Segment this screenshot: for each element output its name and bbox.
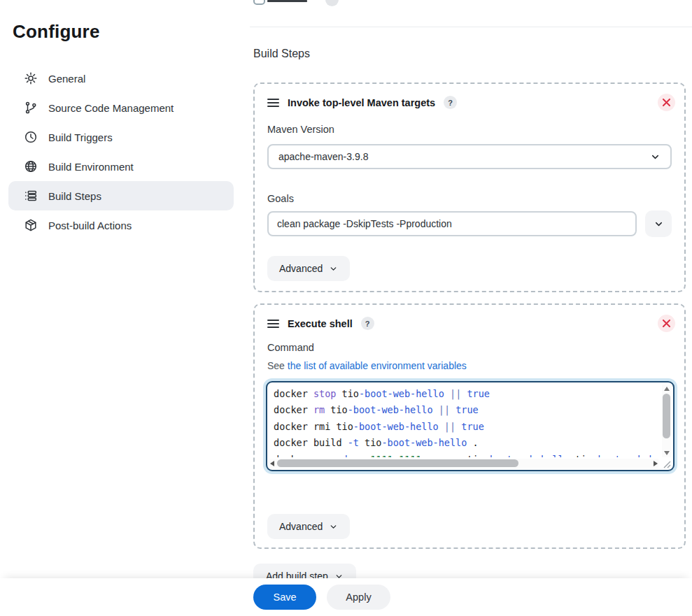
advanced-button[interactable]: Advanced [267, 256, 350, 281]
maven-version-select[interactable]: apache-maven-3.9.8 [267, 144, 672, 169]
close-icon [663, 320, 670, 327]
main-content: Build Steps Invoke top-level Maven targe… [248, 0, 692, 616]
advanced-button[interactable]: Advanced [267, 514, 350, 539]
goals-expand-button[interactable] [645, 210, 672, 237]
drag-handle-icon[interactable] [267, 99, 279, 107]
clock-icon [24, 130, 38, 144]
delete-step-button[interactable] [658, 94, 675, 111]
footer-bar: Save Apply [0, 578, 692, 616]
build-steps-heading: Build Steps [253, 48, 310, 60]
gear-icon [24, 71, 38, 85]
step-title: Execute shell [288, 318, 353, 329]
goals-label: Goals [267, 193, 294, 204]
configure-page: Configure GeneralSource Code ManagementB… [0, 0, 692, 616]
command-label: Command [267, 342, 314, 353]
step-title: Invoke top-level Maven targets [288, 97, 435, 108]
horizontal-scrollbar[interactable] [269, 459, 658, 468]
sidebar-item-label: General [48, 73, 85, 85]
branch-icon [24, 101, 38, 115]
close-icon [663, 99, 670, 106]
globe-icon [24, 159, 38, 173]
sidebar-item-post-build-actions[interactable]: Post-build Actions [8, 210, 234, 240]
sidebar-item-general[interactable]: General [8, 64, 234, 93]
sidebar-item-build-environment[interactable]: Build Environment [8, 152, 234, 181]
code-line: docker rmi tio-boot-web-hello || true [274, 419, 658, 435]
sidebar-item-label: Post-build Actions [48, 220, 132, 231]
sidebar-item-label: Build Environment [48, 161, 134, 173]
drag-handle-icon[interactable] [267, 320, 279, 328]
scroll-up-arrow-icon[interactable] [664, 387, 670, 391]
advanced-label: Advanced [279, 263, 323, 274]
code-line: docker run -d -p 1111:1111 --name tio-bo… [274, 452, 658, 457]
sidebar-item-build-steps[interactable]: Build Steps [8, 181, 234, 210]
sidebar-item-label: Build Triggers [48, 131, 113, 143]
save-button[interactable]: Save [253, 585, 316, 610]
env-variables-hint: See the list of available environment va… [267, 360, 467, 371]
maven-version-label: Maven Version [267, 124, 334, 135]
clipped-checkbox[interactable] [253, 0, 265, 5]
resize-handle[interactable] [662, 459, 671, 468]
vertical-scrollbar-thumb[interactable] [663, 394, 670, 438]
vertical-scrollbar[interactable] [662, 385, 671, 457]
code-line: docker rm tio-boot-web-hello || true [274, 402, 658, 418]
hint-prefix: See [267, 360, 285, 371]
build-step-card-maven: Invoke top-level Maven targets ? Maven V… [253, 83, 686, 292]
code-line: docker stop tio-boot-web-hello || true [274, 386, 658, 402]
apply-button[interactable]: Apply [327, 585, 390, 610]
scroll-down-arrow-icon[interactable] [664, 451, 670, 455]
help-icon[interactable]: ? [444, 96, 457, 109]
sidebar-nav: GeneralSource Code ManagementBuild Trigg… [0, 64, 248, 240]
shell-command-editor[interactable]: docker stop tio-boot-web-hello || truedo… [266, 381, 675, 471]
maven-version-value: apache-maven-3.9.8 [278, 151, 368, 162]
list-icon [24, 189, 38, 203]
chevron-down-icon [329, 522, 338, 531]
chevron-down-icon [650, 152, 661, 162]
card-header: Execute shell ? [267, 317, 645, 330]
section-divider [250, 27, 692, 27]
clipped-label-text [267, 0, 307, 2]
clipped-previous-section [248, 0, 692, 7]
scroll-left-arrow-icon[interactable] [270, 461, 274, 466]
package-icon [24, 218, 38, 232]
goals-input[interactable] [267, 211, 637, 236]
sidebar-item-label: Source Code Management [48, 102, 174, 114]
build-step-card-shell: Execute shell ? Command See the list of … [253, 303, 686, 549]
sidebar: Configure GeneralSource Code ManagementB… [0, 0, 248, 616]
clipped-help-badge[interactable] [325, 0, 339, 6]
page-title: Configure [13, 21, 100, 43]
env-variables-link[interactable]: the list of available environment variab… [288, 360, 467, 371]
delete-step-button[interactable] [658, 315, 675, 332]
chevron-down-icon [329, 264, 338, 273]
sidebar-item-source-code-management[interactable]: Source Code Management [8, 93, 234, 122]
advanced-label: Advanced [279, 521, 323, 532]
help-icon[interactable]: ? [361, 317, 374, 330]
chevron-down-icon [654, 219, 664, 229]
card-header: Invoke top-level Maven targets ? [267, 96, 645, 109]
code-text[interactable]: docker stop tio-boot-web-hello || truedo… [274, 386, 658, 457]
scroll-right-arrow-icon[interactable] [654, 461, 658, 466]
sidebar-item-label: Build Steps [48, 190, 101, 202]
sidebar-item-build-triggers[interactable]: Build Triggers [8, 122, 234, 152]
code-line: docker build -t tio-boot-web-hello . [274, 435, 658, 451]
horizontal-scrollbar-thumb[interactable] [277, 459, 518, 467]
